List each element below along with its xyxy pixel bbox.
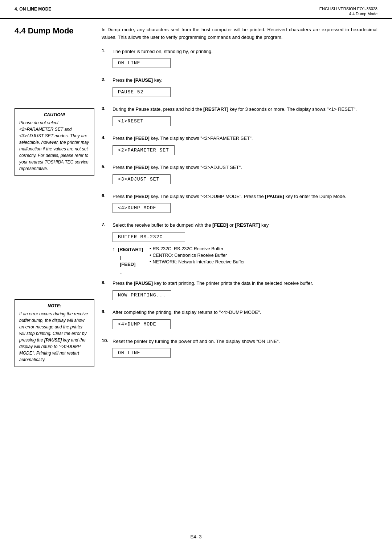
step-3-num: 3. — [102, 106, 110, 111]
buffer-option-3-text: NETWORK: Network Interface Receive Buffe… — [152, 259, 245, 264]
step-3-lcd: <1>RESET — [113, 116, 171, 126]
step-2-text: Press the [PAUSE] key. — [113, 77, 377, 84]
step-4: 4. Press the [FEED] key. The display sho… — [102, 135, 377, 159]
step-2: 2. Press the [PAUSE] key. PAUSE 52 — [102, 77, 377, 101]
step-2-content: Press the [PAUSE] key. PAUSE 52 — [113, 77, 377, 101]
up-arrow-icon: ↑ — [113, 246, 115, 252]
separator-line: | — [120, 255, 121, 260]
step-5-lcd: <3>ADJUST SET — [113, 174, 171, 184]
main-content: 4.4 Dump Mode CAUTION! Please do not sel… — [0, 19, 392, 378]
step-4-lcd: <2>PARAMETER SET — [113, 145, 175, 155]
bullet-2: • — [150, 253, 151, 258]
restart-key-label: [RESTART] — [118, 247, 143, 252]
page-footer: E4- 3 — [0, 530, 392, 547]
step-5-num: 5. — [102, 164, 110, 169]
step-8-content: Press the [PAUSE] key to start printing.… — [113, 280, 377, 304]
step-2-num: 2. — [102, 77, 110, 82]
step-10: 10. Reset the printer by turning the pow… — [102, 338, 377, 362]
note-title: NOTE: — [19, 303, 90, 308]
step-7: 7. Select the receive buffer to be dumpe… — [102, 222, 377, 275]
bullet-1: • — [150, 246, 151, 251]
step-7-num: 7. — [102, 222, 110, 227]
step-2-lcd: PAUSE 52 — [113, 87, 171, 97]
buffer-option-3: • NETWORK: Network Interface Receive Buf… — [150, 259, 245, 264]
note-box: NOTE: If an error occurs during the rece… — [15, 299, 94, 367]
step-1-content: The printer is turned on, standing by, o… — [113, 48, 377, 72]
section-title: 4.4 Dump Mode — [15, 26, 94, 36]
header-section-label: 4. ON LINE MODE — [15, 7, 51, 12]
step-5-content: Press the [FEED] key. The display shows … — [113, 164, 377, 188]
caution-text: Please do not select <2>PARAMETER SET an… — [19, 120, 90, 172]
step-8-lcd: NOW PRINTING... — [113, 290, 171, 300]
step-7-content: Select the receive buffer to be dumped w… — [113, 222, 377, 275]
step-1-text: The printer is turned on, standing by, o… — [113, 48, 377, 56]
caution-box: CAUTION! Please do not select <2>PARAMET… — [15, 108, 94, 176]
step-9: 9. After completing the printing, the di… — [102, 309, 377, 333]
restart-key-row: ↑ [RESTART] — [113, 246, 145, 252]
step-7-text: Select the receive buffer to be dumped w… — [113, 222, 377, 229]
step-6-content: Press the [FEED] key. The display shows … — [113, 193, 377, 217]
step-1: 1. The printer is turned on, standing by… — [102, 48, 377, 72]
step-6-lcd: <4>DUMP MODE — [113, 203, 171, 213]
step-10-content: Reset the printer by turning the power o… — [113, 338, 377, 362]
header-right: ENGLISH VERSION EO1-33028 4.4 Dump Mode — [319, 7, 377, 16]
step-9-num: 9. — [102, 309, 110, 314]
version-label: ENGLISH VERSION EO1-33028 — [319, 7, 377, 11]
step-9-lcd: <4>DUMP MODE — [113, 319, 171, 329]
feed-key-label: [FEED] — [120, 262, 135, 267]
note-text: If an error occurs during the receive bu… — [19, 311, 90, 363]
step-3-text: During the Pause state, press and hold t… — [113, 106, 377, 113]
caution-title: CAUTION! — [19, 112, 90, 117]
page-header: 4. ON LINE MODE ENGLISH VERSION EO1-3302… — [0, 0, 392, 19]
right-column: In Dump mode, any characters sent from t… — [102, 26, 377, 367]
step-8-text: Press the [PAUSE] key to start printing.… — [113, 280, 377, 287]
step-1-num: 1. — [102, 48, 110, 53]
subpage-label: 4.4 Dump Mode — [319, 12, 377, 16]
step-9-text: After completing the printing, the displ… — [113, 309, 377, 316]
step-10-num: 10. — [102, 338, 110, 343]
step-6-text: Press the [FEED] key. The display shows … — [113, 193, 377, 201]
step-4-content: Press the [FEED] key. The display shows … — [113, 135, 377, 159]
step-1-lcd: ON LINE — [113, 58, 171, 68]
step-10-lcd: ON LINE — [113, 348, 171, 358]
step-6-num: 6. — [102, 193, 110, 198]
buffer-option-2: • CENTRO: Centronics Receive Buffer — [150, 253, 245, 258]
intro-text: In Dump mode, any characters sent from t… — [102, 26, 377, 41]
step-4-text: Press the [FEED] key. The display shows … — [113, 135, 377, 142]
step-9-content: After completing the printing, the displ… — [113, 309, 377, 333]
page-number: E4- 3 — [190, 534, 201, 539]
steps-list: 1. The printer is turned on, standing by… — [102, 48, 377, 362]
step-3-content: During the Pause state, press and hold t… — [113, 106, 377, 130]
down-arrow-icon: ↓ — [120, 269, 122, 275]
step-4-num: 4. — [102, 135, 110, 140]
step-6: 6. Press the [FEED] key. The display sho… — [102, 193, 377, 217]
down-arrow-row: ↓ — [120, 269, 122, 275]
key-block: ↑ [RESTART] | [FEED] ↓ — [113, 246, 145, 275]
step-10-text: Reset the printer by turning the power o… — [113, 338, 377, 345]
buffer-option-1-text: RS-232C: RS-232C Receive Buffer — [152, 246, 223, 251]
step-7-lcd: BUFFER RS-232C — [113, 232, 185, 242]
step-8: 8. Press the [PAUSE] key to start printi… — [102, 280, 377, 304]
restart-arrow-symbol: ↑ — [113, 246, 115, 252]
page: 4. ON LINE MODE ENGLISH VERSION EO1-3302… — [0, 0, 392, 554]
bullet-3: • — [150, 259, 151, 264]
buffer-option-1: • RS-232C: RS-232C Receive Buffer — [150, 246, 245, 251]
step-8-num: 8. — [102, 280, 110, 285]
step-3: 3. During the Pause state, press and hol… — [102, 106, 377, 130]
feed-key-row: [FEED] — [113, 262, 138, 267]
buffer-diagram: ↑ [RESTART] | [FEED] ↓ — [113, 246, 377, 275]
step-5-text: Press the [FEED] key. The display shows … — [113, 164, 377, 171]
buffer-option-2-text: CENTRO: Centronics Receive Buffer — [152, 253, 227, 258]
step-5: 5. Press the [FEED] key. The display sho… — [102, 164, 377, 188]
buffer-options: • RS-232C: RS-232C Receive Buffer • CENT… — [150, 246, 245, 264]
left-column: 4.4 Dump Mode CAUTION! Please do not sel… — [15, 26, 94, 367]
